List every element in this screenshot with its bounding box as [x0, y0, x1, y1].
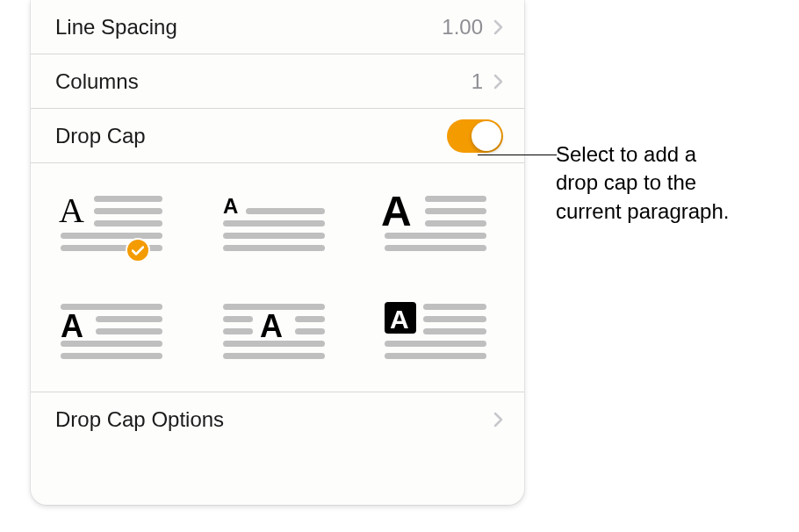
- drop-cap-row: Drop Cap: [31, 109, 524, 163]
- svg-rect-36: [385, 341, 486, 347]
- columns-value: 1: [471, 69, 483, 94]
- svg-rect-2: [94, 208, 162, 214]
- svg-rect-30: [223, 353, 325, 359]
- svg-rect-13: [425, 208, 486, 214]
- callout-line-3: current paragraph.: [556, 198, 729, 226]
- drop-cap-options-label: Drop Cap Options: [55, 407, 224, 432]
- line-spacing-label: Line Spacing: [55, 15, 177, 40]
- svg-rect-16: [385, 245, 486, 251]
- svg-rect-3: [94, 220, 162, 226]
- drop-cap-style-2-icon: A: [220, 191, 332, 259]
- columns-row[interactable]: Columns 1: [31, 54, 524, 109]
- svg-rect-14: [425, 220, 486, 226]
- line-spacing-value-container: 1.00: [442, 15, 503, 40]
- drop-cap-style-3[interactable]: A: [376, 183, 499, 266]
- format-panel: Line Spacing 1.00 Columns 1 Drop Cap: [31, 0, 524, 505]
- svg-text:A: A: [390, 305, 409, 334]
- callout-line-1: Select to add a: [556, 140, 729, 169]
- line-spacing-row[interactable]: Line Spacing 1.00: [31, 0, 524, 54]
- callout-text: Select to add a drop cap to the current …: [556, 140, 729, 226]
- drop-cap-style-6[interactable]: A: [376, 291, 499, 374]
- svg-rect-35: [423, 328, 486, 334]
- drop-cap-style-1-icon: A: [57, 191, 169, 259]
- columns-label: Columns: [55, 69, 139, 94]
- svg-rect-9: [223, 233, 325, 239]
- svg-text:A: A: [59, 191, 84, 230]
- drop-cap-style-2[interactable]: A: [214, 183, 337, 266]
- svg-rect-22: [61, 353, 162, 359]
- drop-cap-style-4-icon: A: [57, 298, 169, 367]
- drop-cap-style-5-icon: A: [220, 298, 332, 367]
- columns-value-container: 1: [471, 69, 503, 94]
- svg-rect-25: [223, 316, 253, 322]
- drop-cap-style-5[interactable]: A: [214, 291, 337, 374]
- svg-rect-20: [96, 328, 162, 334]
- svg-text:A: A: [260, 308, 283, 344]
- svg-rect-15: [385, 233, 486, 239]
- check-badge-icon: [126, 238, 150, 262]
- svg-rect-8: [223, 220, 325, 226]
- drop-cap-styles-grid: A A: [52, 183, 503, 374]
- svg-rect-28: [295, 328, 325, 334]
- callout-connector-line: [478, 155, 557, 155]
- drop-cap-style-3-icon: A: [381, 191, 493, 259]
- chevron-right-icon: [493, 74, 503, 90]
- drop-cap-style-1[interactable]: A: [52, 183, 175, 266]
- chevron-right-icon: [493, 19, 503, 35]
- svg-rect-29: [223, 341, 325, 347]
- drop-cap-label: Drop Cap: [55, 124, 146, 148]
- svg-rect-33: [423, 304, 486, 310]
- svg-rect-21: [61, 341, 162, 347]
- svg-text:A: A: [223, 194, 238, 218]
- svg-text:A: A: [61, 308, 83, 344]
- svg-rect-34: [423, 316, 486, 322]
- chevron-right-icon: [493, 412, 503, 428]
- line-spacing-value: 1.00: [442, 15, 483, 40]
- svg-rect-4: [61, 233, 162, 239]
- drop-cap-styles-container: A A: [31, 163, 524, 392]
- svg-rect-1: [94, 196, 162, 202]
- drop-cap-style-6-icon: A: [381, 298, 493, 367]
- svg-rect-10: [223, 245, 325, 251]
- svg-rect-7: [246, 208, 325, 214]
- drop-cap-toggle-container: [447, 119, 503, 153]
- drop-cap-toggle[interactable]: [447, 119, 503, 153]
- svg-rect-19: [96, 316, 162, 322]
- drop-cap-options-row[interactable]: Drop Cap Options: [31, 392, 524, 447]
- svg-rect-12: [425, 196, 486, 202]
- svg-text:A: A: [381, 191, 412, 234]
- callout-line-2: drop cap to the: [556, 169, 729, 197]
- toggle-knob: [471, 121, 501, 151]
- svg-rect-27: [223, 328, 253, 334]
- svg-rect-26: [295, 316, 325, 322]
- drop-cap-style-4[interactable]: A: [52, 291, 175, 374]
- svg-rect-37: [385, 353, 486, 359]
